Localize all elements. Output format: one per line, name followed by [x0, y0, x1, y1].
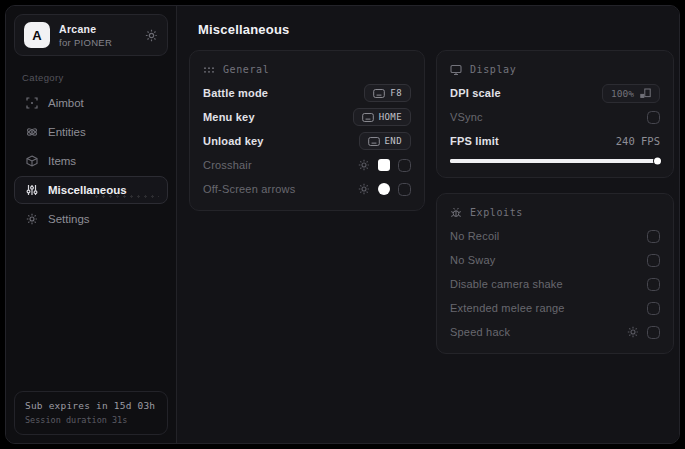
keybind-button[interactable]: F8 [364, 84, 411, 102]
sidebar: A Arcane for PIONER Category Aimbot [6, 6, 177, 443]
disable-camera-shake-checkbox[interactable] [647, 278, 660, 291]
setting-row-menu-key: Menu key HOME [203, 110, 411, 124]
panel-title: General [223, 64, 269, 75]
setting-row-crosshair: Crosshair [203, 158, 411, 172]
scale-icon [640, 88, 651, 99]
crosshair-checkbox[interactable] [398, 159, 411, 172]
settings-gear-icon[interactable] [145, 29, 158, 42]
sidebar-item-entities[interactable]: Entities [14, 118, 168, 146]
keyboard-icon [373, 89, 385, 98]
color-swatch[interactable] [378, 183, 390, 195]
setting-row-fps-limit: FPS limit 240 FPS [450, 134, 660, 148]
dots-grid-icon [203, 64, 215, 76]
sidebar-item-aimbot[interactable]: Aimbot [14, 89, 168, 117]
sidebar-nav: Aimbot Entities Items [14, 89, 168, 233]
panel-columns: General Battle mode F8 Menu key [189, 50, 674, 354]
sliders-icon [25, 184, 38, 196]
keyboard-icon [368, 137, 380, 146]
monitor-icon [450, 64, 462, 76]
dpi-scale-value: 100% [611, 88, 634, 99]
sidebar-item-settings[interactable]: Settings [14, 205, 168, 233]
setting-label: DPI scale [450, 87, 501, 99]
keybind-value: END [385, 136, 402, 146]
fps-limit-slider[interactable] [450, 159, 660, 163]
app-subtitle: for PIONER [59, 37, 136, 48]
logo-letter: A [32, 28, 41, 43]
panel-general-header: General [203, 63, 411, 76]
category-label: Category [22, 72, 160, 83]
setting-label: Off-Screen arrows [203, 183, 295, 195]
keybind-value: HOME [379, 112, 402, 122]
atom-icon [25, 126, 38, 138]
app-window: A Arcane for PIONER Category Aimbot [5, 5, 680, 444]
setting-label: Menu key [203, 111, 255, 123]
setting-label: Crosshair [203, 159, 252, 171]
sidebar-item-items[interactable]: Items [14, 147, 168, 175]
setting-row-vsync: VSync [450, 110, 660, 124]
setting-label: No Sway [450, 254, 495, 266]
sidebar-item-label: Items [48, 155, 76, 167]
keybind-button[interactable]: HOME [353, 108, 411, 126]
panel-title: Exploits [470, 207, 523, 218]
extended-melee-range-checkbox[interactable] [647, 302, 660, 315]
brand-text: Arcane for PIONER [59, 23, 136, 48]
gear-icon[interactable] [627, 326, 639, 338]
right-column: Display DPI scale 100% [436, 50, 674, 354]
sidebar-item-label: Miscellaneous [48, 184, 127, 196]
setting-row-dpi-scale: DPI scale 100% [450, 86, 660, 100]
setting-label: Unload key [203, 135, 264, 147]
sidebar-item-label: Entities [48, 126, 86, 138]
fps-limit-value: 240 FPS [616, 135, 660, 147]
bug-icon [450, 207, 462, 219]
gear-icon[interactable] [358, 159, 370, 171]
panel-display: Display DPI scale 100% [436, 50, 674, 178]
setting-label: Speed hack [450, 326, 510, 338]
panel-title: Display [470, 64, 516, 75]
setting-row-unload-key: Unload key END [203, 134, 411, 148]
color-swatch[interactable] [378, 159, 390, 171]
setting-label: VSync [450, 111, 483, 123]
speed-hack-checkbox[interactable] [647, 326, 660, 339]
slider-fill [450, 159, 660, 163]
panel-general: General Battle mode F8 Menu key [189, 50, 425, 211]
setting-row-speed-hack: Speed hack [450, 325, 660, 339]
setting-row-no-recoil: No Recoil [450, 229, 660, 243]
sidebar-item-label: Settings [48, 213, 90, 225]
page-title: Miscellaneous [198, 22, 674, 37]
gear-icon [25, 213, 38, 225]
keybind-value: F8 [390, 88, 402, 98]
setting-row-battle-mode: Battle mode F8 [203, 86, 411, 100]
main-content: Miscellaneous General Battle mode [177, 6, 680, 443]
dpi-scale-select[interactable]: 100% [602, 84, 660, 103]
box-icon [25, 155, 38, 167]
setting-row-disable-camera-shake: Disable camera shake [450, 277, 660, 291]
sub-expires-text: Sub expires in 15d 03h [25, 400, 157, 411]
setting-label: Disable camera shake [450, 278, 563, 290]
setting-label: Extended melee range [450, 302, 565, 314]
no-sway-checkbox[interactable] [647, 254, 660, 267]
panel-display-header: Display [450, 63, 660, 76]
setting-row-extended-melee-range: Extended melee range [450, 301, 660, 315]
app-logo: A [24, 22, 50, 48]
app-name: Arcane [59, 23, 136, 35]
keyboard-icon [362, 113, 374, 122]
no-recoil-checkbox[interactable] [647, 230, 660, 243]
subscription-card: Sub expires in 15d 03h Session duration … [14, 391, 168, 435]
crosshair-icon [25, 97, 38, 109]
brand-card: A Arcane for PIONER [14, 14, 168, 56]
sidebar-item-miscellaneous[interactable]: Miscellaneous [14, 176, 168, 204]
panel-exploits: Exploits No Recoil No Sway Disable camer… [436, 193, 674, 354]
setting-row-offscreen-arrows: Off-Screen arrows [203, 182, 411, 196]
setting-row-no-sway: No Sway [450, 253, 660, 267]
panel-exploits-header: Exploits [450, 206, 660, 219]
keybind-button[interactable]: END [359, 132, 411, 150]
setting-label: No Recoil [450, 230, 500, 242]
gear-icon[interactable] [358, 183, 370, 195]
setting-label: FPS limit [450, 135, 499, 147]
session-duration-text: Session duration 31s [25, 415, 157, 425]
offscreen-arrows-checkbox[interactable] [398, 183, 411, 196]
vsync-checkbox[interactable] [647, 111, 660, 124]
slider-handle[interactable] [654, 158, 661, 165]
setting-label: Battle mode [203, 87, 268, 99]
sidebar-item-label: Aimbot [48, 97, 84, 109]
